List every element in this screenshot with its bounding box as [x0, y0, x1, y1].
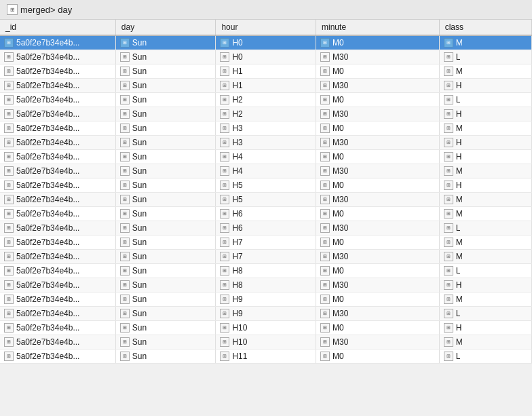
- cell-class: ⊞L: [439, 264, 531, 278]
- table-row[interactable]: ⊞5a0f2e7b34e4b...⊞Sun⊞H2⊞M30⊞H: [0, 107, 532, 121]
- row-icon: ⊞: [4, 295, 14, 304]
- cell-minute: ⊞M30: [316, 335, 440, 349]
- cell-day: ⊞Sun: [115, 235, 216, 250]
- class-icon: ⊞: [444, 109, 453, 119]
- hour-icon: ⊞: [220, 109, 229, 119]
- table-row[interactable]: ⊞5a0f2e7b34e4b...⊞Sun⊞H10⊞M30⊞M: [0, 335, 532, 349]
- table-row[interactable]: ⊞5a0f2e7b34e4b...⊞Sun⊞H7⊞M30⊞M: [0, 250, 532, 264]
- cell-id: ⊞5a0f2e7b34e4b...: [0, 35, 115, 50]
- table-row[interactable]: ⊞5a0f2e7b34e4b...⊞Sun⊞H1⊞M30⊞H: [0, 79, 532, 93]
- class-icon: ⊞: [444, 238, 453, 247]
- cell-hour: ⊞H8: [216, 278, 316, 292]
- table-row[interactable]: ⊞5a0f2e7b34e4b...⊞Sun⊞H6⊞M0⊞M: [0, 207, 532, 221]
- cell-hour: ⊞H5: [216, 178, 316, 193]
- table-row[interactable]: ⊞5a0f2e7b34e4b...⊞Sun⊞H1⊞M0⊞M: [0, 64, 532, 79]
- hour-icon: ⊞: [220, 252, 229, 261]
- row-icon: ⊞: [4, 38, 14, 48]
- row-icon: ⊞: [4, 337, 14, 347]
- table-row[interactable]: ⊞5a0f2e7b34e4b...⊞Sun⊞H10⊞M0⊞H: [0, 321, 532, 335]
- cell-day: ⊞Sun: [115, 64, 216, 79]
- class-icon: ⊞: [444, 138, 453, 147]
- col-header-id[interactable]: _id: [0, 20, 115, 35]
- table-row[interactable]: ⊞5a0f2e7b34e4b...⊞Sun⊞H7⊞M0⊞M: [0, 235, 532, 250]
- cell-minute: ⊞M0: [316, 178, 440, 193]
- cell-id: ⊞5a0f2e7b34e4b...: [0, 250, 115, 264]
- cell-day: ⊞Sun: [115, 178, 216, 193]
- class-icon: ⊞: [444, 352, 453, 361]
- cell-day: ⊞Sun: [115, 93, 216, 107]
- hour-icon: ⊞: [220, 52, 229, 62]
- table-row[interactable]: ⊞5a0f2e7b34e4b...⊞Sun⊞H9⊞M30⊞L: [0, 307, 532, 321]
- cell-minute: ⊞M0: [316, 235, 440, 250]
- table-row[interactable]: ⊞5a0f2e7b34e4b...⊞Sun⊞H0⊞M0⊞M: [0, 35, 532, 50]
- table-row[interactable]: ⊞5a0f2e7b34e4b...⊞Sun⊞H9⊞M0⊞M: [0, 292, 532, 307]
- cell-day: ⊞Sun: [115, 193, 216, 207]
- col-header-minute[interactable]: minute: [316, 20, 440, 35]
- row-icon: ⊞: [4, 124, 14, 133]
- top-bar: ⊞ merged> day: [0, 0, 532, 20]
- cell-hour: ⊞H2: [216, 93, 316, 107]
- cell-hour: ⊞H10: [216, 335, 316, 349]
- class-icon: ⊞: [444, 323, 453, 333]
- table-row[interactable]: ⊞5a0f2e7b34e4b...⊞Sun⊞H5⊞M30⊞M: [0, 193, 532, 207]
- cell-minute: ⊞M0: [316, 264, 440, 278]
- minute-icon: ⊞: [320, 295, 330, 304]
- hour-icon: ⊞: [220, 238, 229, 247]
- hour-icon: ⊞: [220, 352, 229, 361]
- minute-icon: ⊞: [320, 238, 330, 247]
- row-icon: ⊞: [4, 195, 14, 204]
- cell-minute: ⊞M0: [316, 35, 440, 50]
- cell-minute: ⊞M30: [316, 250, 440, 264]
- cell-id: ⊞5a0f2e7b34e4b...: [0, 221, 115, 235]
- table-row[interactable]: ⊞5a0f2e7b34e4b...⊞Sun⊞H4⊞M0⊞H: [0, 150, 532, 164]
- cell-hour: ⊞H7: [216, 235, 316, 250]
- cell-minute: ⊞M0: [316, 292, 440, 307]
- row-icon: ⊞: [4, 81, 14, 90]
- cell-id: ⊞5a0f2e7b34e4b...: [0, 207, 115, 221]
- class-icon: ⊞: [444, 95, 453, 105]
- minute-icon: ⊞: [320, 352, 330, 361]
- hour-icon: ⊞: [220, 309, 229, 318]
- cell-class: ⊞M: [439, 164, 531, 178]
- table-container[interactable]: _id day hour minute class ⊞5a0f2e7b34e4b…: [0, 20, 532, 414]
- cell-id: ⊞5a0f2e7b34e4b...: [0, 164, 115, 178]
- cell-id: ⊞5a0f2e7b34e4b...: [0, 107, 115, 121]
- cell-class: ⊞H: [439, 178, 531, 193]
- cell-day: ⊞Sun: [115, 136, 216, 150]
- day-icon: ⊞: [120, 280, 130, 290]
- minute-icon: ⊞: [320, 166, 330, 176]
- class-icon: ⊞: [444, 67, 453, 76]
- col-header-day[interactable]: day: [115, 20, 216, 35]
- day-icon: ⊞: [120, 309, 130, 318]
- table-row[interactable]: ⊞5a0f2e7b34e4b...⊞Sun⊞H11⊞M0⊞L: [0, 349, 532, 364]
- table-row[interactable]: ⊞5a0f2e7b34e4b...⊞Sun⊞H0⊞M30⊞L: [0, 50, 532, 64]
- cell-minute: ⊞M0: [316, 93, 440, 107]
- day-icon: ⊞: [120, 124, 130, 133]
- table-row[interactable]: ⊞5a0f2e7b34e4b...⊞Sun⊞H3⊞M30⊞H: [0, 136, 532, 150]
- col-header-class[interactable]: class: [439, 20, 531, 35]
- day-icon: ⊞: [120, 295, 130, 304]
- cell-hour: ⊞H8: [216, 264, 316, 278]
- col-header-hour[interactable]: hour: [216, 20, 316, 35]
- table-row[interactable]: ⊞5a0f2e7b34e4b...⊞Sun⊞H8⊞M30⊞H: [0, 278, 532, 292]
- table-row[interactable]: ⊞5a0f2e7b34e4b...⊞Sun⊞H3⊞M0⊞M: [0, 121, 532, 136]
- table-row[interactable]: ⊞5a0f2e7b34e4b...⊞Sun⊞H6⊞M30⊞L: [0, 221, 532, 235]
- day-icon: ⊞: [120, 52, 130, 62]
- table-row[interactable]: ⊞5a0f2e7b34e4b...⊞Sun⊞H2⊞M0⊞L: [0, 93, 532, 107]
- table-row[interactable]: ⊞5a0f2e7b34e4b...⊞Sun⊞H5⊞M0⊞H: [0, 178, 532, 193]
- table-row[interactable]: ⊞5a0f2e7b34e4b...⊞Sun⊞H8⊞M0⊞L: [0, 264, 532, 278]
- cell-class: ⊞H: [439, 150, 531, 164]
- cell-day: ⊞Sun: [115, 164, 216, 178]
- table-row[interactable]: ⊞5a0f2e7b34e4b...⊞Sun⊞H4⊞M30⊞M: [0, 164, 532, 178]
- row-icon: ⊞: [4, 238, 14, 247]
- cell-class: ⊞H: [439, 278, 531, 292]
- minute-icon: ⊞: [320, 109, 330, 119]
- minute-icon: ⊞: [320, 223, 330, 233]
- minute-icon: ⊞: [320, 252, 330, 261]
- breadcrumb: merged> day: [20, 5, 72, 15]
- cell-class: ⊞M: [439, 193, 531, 207]
- minute-icon: ⊞: [320, 138, 330, 147]
- cell-minute: ⊞M0: [316, 321, 440, 335]
- day-icon: ⊞: [120, 166, 130, 176]
- cell-class: ⊞L: [439, 50, 531, 64]
